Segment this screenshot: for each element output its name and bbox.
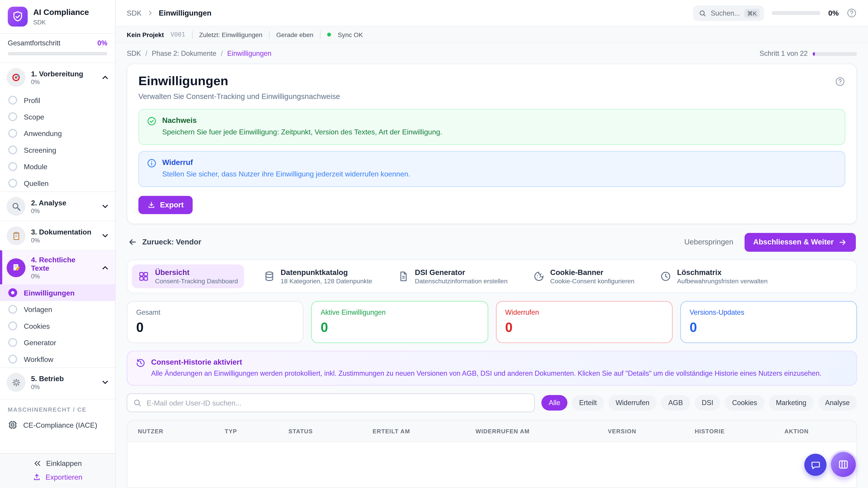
chip-analyse[interactable]: Analyse: [818, 395, 857, 411]
table-header-row: NUTZER TYP STATUS ERTEILT AM WIDERRUFEN …: [127, 421, 856, 442]
radio-circle-icon: [8, 179, 17, 188]
help-icon[interactable]: [846, 8, 857, 18]
sync-status-dot: [327, 33, 331, 36]
sidebar-item-label: Workflow: [24, 355, 53, 363]
chip-widerrufen[interactable]: Widerrufen: [609, 395, 657, 411]
sidebar-item-cookies[interactable]: Cookies: [0, 318, 115, 334]
stat-label: Widerrufen: [505, 308, 663, 316]
tab-datenpunktkatalog[interactable]: Datenpunktkatalog18 Kategorien, 128 Date…: [257, 264, 378, 288]
sidebar-section-analyse[interactable]: 2. Analyse 0%: [0, 191, 115, 221]
radio-circle-icon: [8, 322, 17, 330]
sync-status-label: Sync OK: [338, 31, 363, 38]
sidebar-item-scope[interactable]: Scope: [0, 108, 115, 125]
export-button[interactable]: Export: [138, 196, 192, 214]
chip-dsi[interactable]: DSI: [694, 395, 721, 411]
help-icon[interactable]: [835, 76, 845, 87]
breadcrumb-sdk[interactable]: SDK: [127, 50, 141, 57]
tab-subtitle: Cookie-Consent konfigurieren: [550, 278, 634, 284]
chip-marketing[interactable]: Marketing: [769, 395, 813, 411]
sidebar-item-workflow[interactable]: Workflow: [0, 351, 115, 367]
export-sidebar-button[interactable]: Exportieren: [33, 473, 82, 482]
banner-text: Alle Änderungen an Einwilligungen werden…: [151, 369, 822, 379]
skip-button[interactable]: Ueberspringen: [684, 238, 733, 247]
step-label: Schritt 1 von 22: [760, 50, 808, 57]
last-saved-time: Gerade eben: [276, 31, 313, 38]
chip-erteilt[interactable]: Erteilt: [572, 395, 604, 411]
sidebar-item-anwendung[interactable]: Anwendung: [0, 125, 115, 141]
tab-title: DSI Generator: [415, 268, 507, 276]
chat-fab-button[interactable]: [804, 454, 827, 476]
chevron-down-icon: [101, 231, 110, 240]
section-title: 4. Rechtliche Texte: [31, 256, 95, 272]
sidebar-section-betrieb[interactable]: 5. Betrieb 0%: [0, 367, 115, 397]
breadcrumb-current: Einwilligungen: [159, 9, 211, 17]
radio-circle-icon: [8, 338, 17, 347]
sidebar-item-ce-compliance[interactable]: CE-Compliance (IACE): [0, 415, 115, 435]
chevron-up-icon: [101, 263, 110, 272]
sidebar-item-screening[interactable]: Screening: [0, 142, 115, 158]
breadcrumb-sdk[interactable]: SDK: [127, 9, 142, 17]
overall-progress-label: Gesamtfortschritt: [8, 39, 60, 47]
collapse-label: Einklappen: [46, 459, 82, 468]
column-header: AKTION: [784, 428, 856, 434]
radio-circle-icon: [8, 112, 17, 121]
chevron-right-icon: [147, 9, 154, 17]
stat-versions-updates: Versions-Updates 0: [680, 301, 857, 343]
tab-cookie-banner[interactable]: Cookie-BannerCookie-Consent konfiguriere…: [527, 264, 640, 288]
export-button-label: Export: [160, 201, 184, 209]
stat-gesamt: Gesamt 0: [127, 301, 304, 343]
sidebar-item-generator[interactable]: Generator: [0, 334, 115, 351]
export-label: Exportieren: [45, 473, 82, 482]
filter-row: Alle Erteilt Widerrufen AGB DSI Cookies …: [127, 394, 857, 412]
user-search-input[interactable]: [127, 394, 535, 412]
column-header: NUTZER: [127, 428, 225, 434]
sidebar-item-module[interactable]: Module: [0, 158, 115, 175]
column-header: HISTORIE: [694, 428, 784, 434]
status-bar: Kein Projekt V001 Zuletzt: Einwilligunge…: [116, 27, 868, 43]
breadcrumb-phase[interactable]: Phase 2: Dokumente: [152, 50, 216, 57]
tab-subtitle: Consent-Tracking Dashboard: [155, 278, 238, 284]
back-button[interactable]: Zurueck: Vendor: [128, 237, 202, 247]
sidebar-item-vorlagen[interactable]: Vorlagen: [0, 301, 115, 318]
cookie-icon: [533, 270, 545, 282]
tab-uebersicht[interactable]: ÜbersichtConsent-Tracking Dashboard: [132, 264, 244, 288]
column-header: WIDERRUFEN AM: [475, 428, 608, 434]
section-percent: 0%: [31, 273, 95, 279]
chip-alle[interactable]: Alle: [541, 395, 567, 411]
page-subtitle: Verwalten Sie Consent-Tracking und Einwi…: [138, 92, 845, 101]
tab-dsi-generator[interactable]: DSI GeneratorDatenschutzinformation erst…: [392, 264, 514, 288]
clipboard-icon: [6, 226, 25, 245]
collapse-sidebar-button[interactable]: Einklappen: [33, 459, 82, 468]
note-title: Nachweis: [162, 116, 442, 125]
sidebar-item-label: Scope: [24, 112, 44, 121]
double-chevron-left-icon: [33, 459, 42, 468]
overall-progress-value: 0%: [97, 39, 107, 47]
wizard-nav-row: Zurueck: Vendor Ueberspringen Abschliess…: [128, 233, 856, 252]
radio-circle-icon: [8, 162, 17, 171]
sidebar-item-quellen[interactable]: Quellen: [0, 175, 115, 191]
overall-progress: Gesamtfortschritt 0%: [0, 34, 115, 63]
sidebar-section-vorbereitung[interactable]: 1. Vorbereitung 0%: [0, 63, 115, 92]
upload-icon: [33, 473, 41, 482]
chip-cookies[interactable]: Cookies: [725, 395, 764, 411]
chip-agb[interactable]: AGB: [661, 395, 690, 411]
sidebar-item-label: Vorlagen: [24, 305, 52, 314]
tab-loeschmatrix[interactable]: LöschmatrixAufbewahrungsfristen verwalte…: [654, 264, 774, 288]
divider: [320, 31, 320, 38]
finish-next-button[interactable]: Abschliessen & Weiter: [744, 233, 856, 252]
sidebar-item-label: Cookies: [24, 322, 50, 330]
sidebar-item-einwilligungen[interactable]: Einwilligungen: [0, 285, 115, 301]
page-title: Einwilligungen: [138, 74, 845, 89]
global-search-button[interactable]: Suchen... ⌘K: [693, 5, 764, 21]
column-header: TYP: [225, 428, 288, 434]
sidebar-section-rechtliche-texte[interactable]: 4. Rechtliche Texte 0%: [0, 250, 115, 285]
stat-aktive-einwilligungen: Aktive Einwilligungen 0: [311, 301, 488, 343]
overall-progress-bar: [8, 52, 107, 55]
banner-title: Consent-Historie aktiviert: [151, 358, 822, 366]
sidebar-section-dokumentation[interactable]: 3. Dokumentation 0%: [0, 221, 115, 250]
sidebar-item-profil[interactable]: Profil: [0, 92, 115, 108]
page-breadcrumb: SDK / Phase 2: Dokumente / Einwilligunge…: [127, 50, 857, 57]
columns-fab-button[interactable]: [831, 452, 856, 477]
success-note: Nachweis Speichern Sie fuer jede Einwill…: [138, 109, 845, 145]
section-title: 1. Vorbereitung: [31, 70, 83, 78]
